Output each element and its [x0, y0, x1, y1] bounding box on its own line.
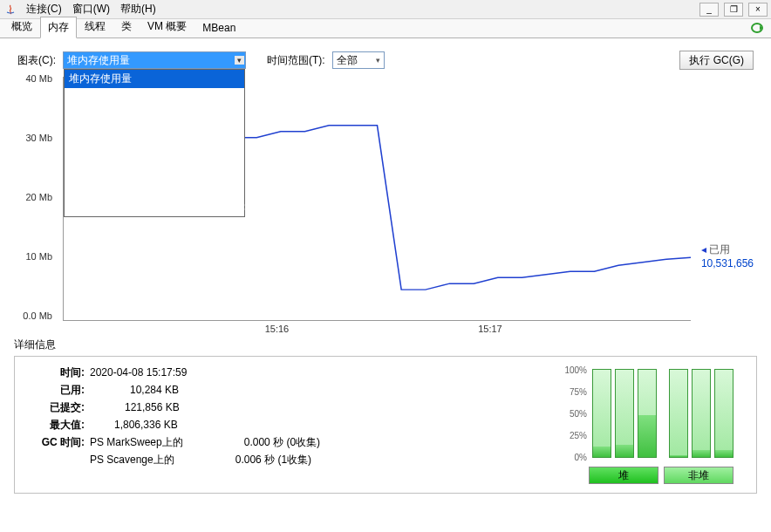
nonheap-bars: [669, 369, 733, 458]
dropdown-item[interactable]: 堆内存使用量: [65, 70, 244, 88]
gc1-name: PS MarkSweep上的: [90, 435, 183, 450]
y-tick: 20 Mb: [25, 192, 52, 202]
bar[interactable]: [638, 369, 657, 458]
bars-scale: 100% 75% 50% 25% 0%: [561, 369, 587, 458]
dropdown-item[interactable]: 内存池 "Metaspace": [65, 161, 244, 180]
used-indicator: ◂ 已用 10,531,656: [701, 242, 754, 269]
dropdown-item[interactable]: 内存池 "PS Survivor Space": [65, 143, 244, 161]
y-axis: 40 Mb 30 Mb 20 Mb 10 Mb 0.0 Mb: [14, 77, 56, 321]
scale-tick: 100%: [564, 365, 587, 375]
committed-label: 已提交:: [27, 400, 85, 415]
gc-label: GC 时间:: [27, 435, 85, 450]
committed-value: 121,856 KB: [125, 401, 180, 413]
details-section: 详细信息 时间:2020-04-08 15:17:59 已用:10,284 KB…: [14, 338, 757, 494]
max-value: 1,806,336 KB: [114, 419, 178, 431]
chevron-down-icon: ▾: [376, 56, 380, 65]
timerange-label: 时间范围(T):: [267, 53, 325, 68]
maximize-button[interactable]: ❐: [724, 3, 743, 17]
time-value: 2020-04-08 15:17:59: [90, 366, 187, 379]
bar[interactable]: [714, 369, 733, 458]
details-left: 时间:2020-04-08 15:17:59 已用:10,284 KB 已提交:…: [27, 365, 561, 484]
window-controls: _ ❐ ×: [699, 3, 768, 17]
close-button[interactable]: ×: [748, 3, 768, 17]
bar[interactable]: [669, 369, 688, 458]
dropdown-item[interactable]: 内存池 "Code Cache": [65, 180, 244, 198]
nonheap-button[interactable]: 非堆: [664, 467, 733, 484]
controls-row: 图表(C): 堆内存使用量 ▾ 堆内存使用量 非堆内存使用量 内存池 "PS O…: [0, 38, 771, 77]
chart-label: 图表(C):: [17, 53, 56, 68]
tab-classes[interactable]: 类: [113, 16, 140, 38]
used-value: 10,284 KB: [130, 384, 179, 396]
bars-area: 100% 75% 50% 25% 0% 堆 非堆: [561, 365, 744, 484]
chart-select[interactable]: 堆内存使用量 ▾ 堆内存使用量 非堆内存使用量 内存池 "PS Old Gen"…: [63, 51, 246, 69]
refresh-icon[interactable]: [750, 22, 764, 34]
bar[interactable]: [615, 369, 634, 458]
y-tick: 30 Mb: [25, 133, 52, 143]
bar[interactable]: [692, 369, 711, 458]
gc2-name: PS Scavenge上的: [90, 453, 174, 467]
java-icon: [3, 3, 17, 17]
scale-tick: 75%: [570, 387, 587, 397]
chart-select-value: 堆内存使用量: [67, 53, 130, 68]
used-label-text: 已用: [709, 243, 730, 256]
chart-dropdown: 堆内存使用量 非堆内存使用量 内存池 "PS Old Gen" 内存池 "PS …: [64, 69, 245, 217]
time-label: 时间:: [27, 365, 85, 380]
dropdown-item[interactable]: 内存池 "Compressed Class Space": [65, 198, 244, 216]
y-tick: 0.0 Mb: [23, 310, 52, 321]
used-value: 10,531,656: [701, 257, 754, 269]
tab-threads[interactable]: 线程: [77, 16, 113, 38]
tab-memory[interactable]: 内存: [40, 17, 77, 38]
tab-bar: 概览 内存 线程 类 VM 概要 MBean: [0, 19, 771, 38]
bar[interactable]: [592, 369, 611, 458]
gc-button[interactable]: 执行 GC(G): [679, 51, 754, 70]
tab-overview[interactable]: 概览: [3, 16, 40, 38]
scale-tick: 50%: [570, 409, 587, 419]
details-title: 详细信息: [14, 338, 757, 352]
gc2-value: 0.006 秒 (1收集): [235, 453, 311, 467]
timerange-select[interactable]: 全部 ▾: [332, 51, 385, 69]
gc1-value: 0.000 秒 (0收集): [244, 435, 320, 450]
max-label: 最大值:: [27, 418, 85, 433]
x-tick: 15:17: [478, 324, 502, 334]
tab-mbean[interactable]: MBean: [194, 18, 243, 38]
y-tick: 40 Mb: [25, 73, 52, 84]
details-box: 时间:2020-04-08 15:17:59 已用:10,284 KB 已提交:…: [14, 356, 757, 494]
chevron-down-icon: ▾: [235, 56, 244, 65]
timerange-value: 全部: [337, 53, 358, 68]
dropdown-item[interactable]: 内存池 "PS Old Gen": [65, 106, 244, 125]
dropdown-item[interactable]: 内存池 "PS Eden Space": [65, 125, 244, 143]
scale-tick: 0%: [575, 453, 587, 462]
used-label: 已用:: [27, 383, 85, 398]
heap-button[interactable]: 堆: [589, 467, 658, 484]
x-tick: 15:16: [265, 324, 290, 334]
dropdown-item[interactable]: 非堆内存使用量: [65, 88, 244, 106]
y-tick: 10 Mb: [25, 251, 52, 262]
minimize-button[interactable]: _: [699, 3, 719, 17]
tab-vm-summary[interactable]: VM 概要: [140, 16, 194, 38]
scale-tick: 25%: [570, 431, 587, 440]
heap-bars: [592, 369, 657, 458]
